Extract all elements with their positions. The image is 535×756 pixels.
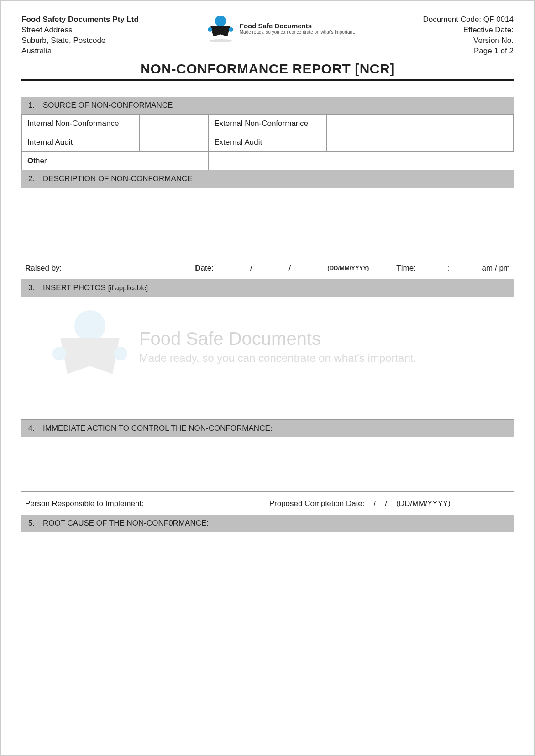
time-colon: :: [448, 264, 450, 273]
section-5-header: 5. ROOT CAUSE OF THE NON-CONF0RMANCE:: [21, 515, 514, 532]
section-2-number: 2.: [28, 174, 37, 183]
ampm-label: am / pm: [482, 264, 510, 273]
cell-external-audit-input[interactable]: [326, 133, 513, 151]
document-header: Food Safety Documents Pty Ltd Street Add…: [21, 15, 514, 57]
page-container: Food Safety Documents Pty Ltd Street Add…: [0, 0, 535, 756]
raised-by-label: Raised by:: [25, 264, 62, 273]
doc-code: Document Code: QF 0014: [423, 15, 514, 25]
date-year-input[interactable]: [295, 265, 323, 271]
section-3-number: 3.: [28, 283, 37, 292]
section-3-header: 3. INSERT PHOTOS [if applicable]: [21, 279, 514, 297]
date-day-input[interactable]: [218, 265, 246, 271]
watermark: Food Safe Documents Made ready, so you c…: [53, 310, 464, 383]
description-input-area[interactable]: [21, 188, 514, 256]
section-5-title: ROOT CAUSE OF THE NON-CONF0RMANCE:: [43, 519, 209, 528]
table-row: Other: [22, 151, 209, 170]
person-responsible-label: Person Responsible to Implement:: [25, 499, 144, 508]
date-month-input[interactable]: [257, 265, 284, 271]
page-number: Page 1 of 2: [423, 46, 514, 57]
date-slash: /: [250, 264, 252, 273]
cell-internal-audit: Internal Audit: [22, 133, 140, 151]
section-1-header: 1. SOURCE OF NON-CONFORMANCE: [21, 97, 514, 114]
watermark-text: Food Safe Documents Made ready, so you c…: [139, 328, 416, 365]
time-label: Time:: [396, 264, 416, 273]
table-row: Internal Audit External Audit: [22, 133, 514, 151]
time-hour-input[interactable]: [420, 265, 443, 271]
cell-external-nc: External Non-Conformance: [209, 114, 326, 133]
section-4-title: IMMEDIATE ACTION TO CONTROL THE NON-CONF…: [43, 424, 272, 433]
date-slash: /: [374, 499, 376, 508]
date-hint: (DD/MM/YYYY): [327, 265, 369, 271]
watermark-logo-icon: [53, 310, 126, 383]
title-underline: [21, 79, 514, 81]
photo-insert-area[interactable]: Food Safe Documents Made ready, so you c…: [21, 297, 514, 420]
source-other-row: Other: [21, 151, 209, 171]
logo-title: Food Safe Documents: [240, 22, 355, 30]
section-4-number: 4.: [28, 424, 37, 433]
logo-block: Food Safe Documents Made ready, so you c…: [207, 15, 355, 42]
section-4-header: 4. IMMEDIATE ACTION TO CONTROL THE NON-C…: [21, 420, 514, 437]
cell-internal-nc-input[interactable]: [140, 114, 209, 133]
logo-text: Food Safe Documents Made ready, so you c…: [240, 22, 355, 35]
company-address-block: Food Safety Documents Pty Ltd Street Add…: [21, 15, 139, 57]
section-5-number: 5.: [28, 519, 37, 528]
description-meta-row: Raised by: Date: / / (DD/MM/YYYY) Time: …: [21, 256, 514, 279]
document-title: NON-CONFORMANCE REPORT [NCR]: [21, 61, 514, 77]
version-no: Version No.: [423, 36, 514, 46]
section-1-number: 1.: [28, 101, 37, 110]
cell-external-nc-input[interactable]: [326, 114, 513, 133]
address-line-3: Australia: [21, 46, 139, 57]
company-name: Food Safety Documents Pty Ltd: [21, 15, 139, 25]
date-slash: /: [289, 264, 291, 273]
company-logo-icon: [207, 15, 234, 42]
effective-date: Effective Date:: [423, 25, 514, 36]
section-3-title: INSERT PHOTOS [if applicable]: [43, 283, 148, 292]
date-label: Date:: [195, 264, 214, 273]
root-cause-input-area[interactable]: [21, 532, 514, 623]
cell-other: Other: [22, 151, 139, 170]
section-1-title: SOURCE OF NON-CONFORMANCE: [43, 101, 173, 110]
address-line-2: Suburb, State, Postcode: [21, 36, 139, 46]
time-min-input[interactable]: [455, 265, 477, 271]
action-input-area[interactable]: [21, 437, 514, 492]
action-meta-row: Person Responsible to Implement: Propose…: [21, 492, 514, 515]
proposed-date-label: Proposed Completion Date:: [269, 499, 365, 508]
address-line-1: Street Address: [21, 25, 139, 36]
document-meta: Document Code: QF 0014 Effective Date: V…: [423, 15, 514, 57]
section-2-header: 2. DESCRIPTION OF NON-CONFORMANCE: [21, 170, 514, 188]
logo-subtitle: Made ready, so you can concentrate on wh…: [240, 30, 355, 35]
source-table: Internal Non-Conformance External Non-Co…: [21, 114, 514, 152]
watermark-line2: Made ready, so you can concentrate on wh…: [139, 352, 416, 365]
cell-external-audit: External Audit: [209, 133, 326, 151]
table-row: Internal Non-Conformance External Non-Co…: [22, 114, 514, 133]
date-slash: /: [385, 499, 387, 508]
cell-internal-audit-input[interactable]: [140, 133, 209, 151]
cell-other-input[interactable]: [139, 151, 208, 170]
watermark-line1: Food Safe Documents: [139, 328, 416, 349]
proposed-date-hint: (DD/MM/YYYY): [396, 499, 451, 508]
section-2-title: DESCRIPTION OF NON-CONFORMANCE: [43, 174, 193, 183]
cell-internal-nc: Internal Non-Conformance: [22, 114, 140, 133]
